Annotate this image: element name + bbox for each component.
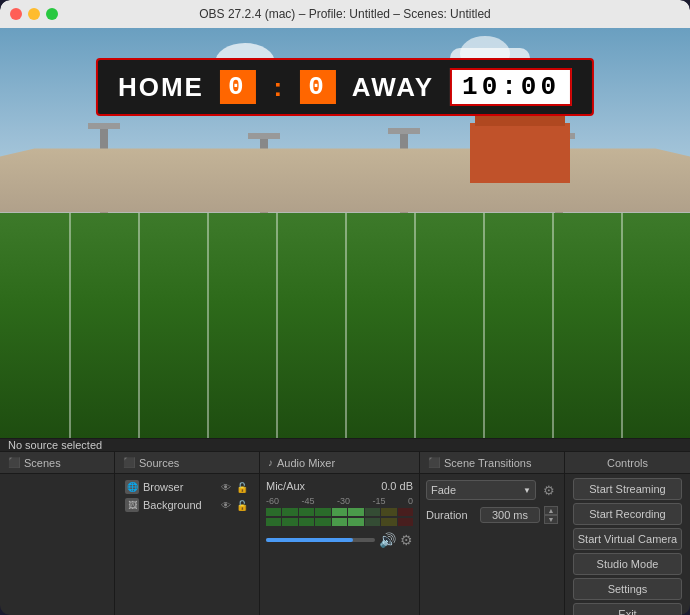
yard-line (621, 213, 623, 439)
preview-area: HOME 0 : 0 AWAY 10:00 (0, 28, 690, 438)
no-source-text: No source selected (8, 439, 102, 451)
source-name-browser: Browser (143, 481, 183, 493)
meter-seg (315, 518, 330, 526)
scenes-header: ⬛ Scenes (0, 452, 114, 474)
fullscreen-button[interactable] (46, 8, 58, 20)
meter-labels: -60 -45 -30 -15 0 (266, 496, 413, 506)
volume-fill (266, 538, 353, 542)
transitions-gear-button[interactable]: ⚙ (540, 481, 558, 499)
traffic-lights (10, 8, 58, 20)
close-button[interactable] (10, 8, 22, 20)
field-lines (0, 213, 690, 439)
studio-mode-button[interactable]: Studio Mode (573, 553, 682, 575)
controls-section: Controls Start Streaming Start Recording… (565, 452, 690, 615)
controls-label: Controls (607, 457, 648, 469)
transition-duration-row: Duration 300 ms ▲ ▼ (426, 506, 558, 524)
meter-seg (332, 508, 347, 516)
duration-value[interactable]: 300 ms (480, 507, 540, 523)
transitions-header: ⬛ Scene Transitions (420, 452, 564, 474)
audio-meter-top (266, 508, 413, 516)
audio-channel-label: Mic/Aux (266, 480, 305, 492)
background-icon: 🖼 (125, 498, 139, 512)
meter-seg (348, 508, 363, 516)
stepper-up-icon[interactable]: ▲ (544, 506, 558, 515)
bottom-panel: No source selected ⬛ Scenes ⬛ Sources 🌐 … (0, 438, 690, 615)
audio-controls: 🔊 ⚙ (266, 532, 413, 548)
start-recording-button[interactable]: Start Recording (573, 503, 682, 525)
scenes-section: ⬛ Scenes (0, 452, 115, 615)
sources-icon: ⬛ (123, 457, 135, 468)
lock-icon-browser[interactable]: 🔓 (235, 480, 249, 494)
transitions-section: ⬛ Scene Transitions Fade ▼ ⚙ Duration 30… (420, 452, 565, 615)
audio-icon: ♪ (268, 457, 273, 468)
meter-seg (365, 518, 380, 526)
sources-section: ⬛ Sources 🌐 Browser 👁 🔓 🖼 Background � (115, 452, 260, 615)
scoreboard: HOME 0 : 0 AWAY 10:00 (96, 58, 594, 116)
transition-type-select[interactable]: Fade ▼ (426, 480, 536, 500)
transition-type-value: Fade (431, 484, 456, 496)
start-virtual-camera-button[interactable]: Start Virtual Camera (573, 528, 682, 550)
meter-seg (282, 518, 297, 526)
eye-icon-background[interactable]: 👁 (219, 498, 233, 512)
away-score: 0 (300, 70, 336, 104)
vu-meter: -60 -45 -30 -15 0 (266, 496, 413, 526)
sources-content: 🌐 Browser 👁 🔓 🖼 Background 👁 🔓 (115, 474, 259, 615)
meter-seg (398, 508, 413, 516)
settings-button[interactable]: Settings (573, 578, 682, 600)
home-score: 0 (220, 70, 256, 104)
lock-icon-background[interactable]: 🔓 (235, 498, 249, 512)
sources-label: Sources (139, 457, 179, 469)
controls-header: Controls (565, 452, 690, 474)
source-item-background[interactable]: 🖼 Background 👁 🔓 (119, 496, 255, 514)
stepper-down-icon[interactable]: ▼ (544, 515, 558, 524)
panel-sections: ⬛ Scenes ⬛ Sources 🌐 Browser 👁 🔓 (0, 451, 690, 615)
meter-seg (282, 508, 297, 516)
source-item-browser[interactable]: 🌐 Browser 👁 🔓 (119, 478, 255, 496)
yard-line (345, 213, 347, 439)
duration-label: Duration (426, 509, 476, 521)
scenes-content (0, 474, 114, 615)
controls-content: Start Streaming Start Recording Start Vi… (565, 474, 690, 615)
scenes-icon: ⬛ (8, 457, 20, 468)
exit-button[interactable]: Exit (573, 603, 682, 615)
transitions-content: Fade ▼ ⚙ Duration 300 ms ▲ ▼ (420, 474, 564, 530)
meter-seg (332, 518, 347, 526)
meter-seg (398, 518, 413, 526)
volume-slider[interactable] (266, 538, 375, 542)
title-bar: OBS 27.2.4 (mac) – Profile: Untitled – S… (0, 0, 690, 28)
start-streaming-button[interactable]: Start Streaming (573, 478, 682, 500)
audio-header: ♪ Audio Mixer (260, 452, 419, 474)
meter-seg (365, 508, 380, 516)
chevron-down-icon: ▼ (523, 486, 531, 495)
audio-label: Audio Mixer (277, 457, 335, 469)
score-divider: : (274, 72, 283, 103)
meter-seg (266, 518, 281, 526)
yard-line (414, 213, 416, 439)
status-bar: No source selected (0, 438, 690, 451)
settings-icon[interactable]: ⚙ (400, 532, 413, 548)
audio-meter-bottom (266, 518, 413, 526)
source-vis-icons-browser: 👁 🔓 (219, 480, 249, 494)
meter-seg (299, 518, 314, 526)
scenes-label: Scenes (24, 457, 61, 469)
yard-line (207, 213, 209, 439)
minimize-button[interactable] (28, 8, 40, 20)
field (0, 213, 690, 439)
meter-seg (266, 508, 281, 516)
meter-seg (299, 508, 314, 516)
transitions-label: Scene Transitions (444, 457, 531, 469)
audio-section: ♪ Audio Mixer Mic/Aux 0.0 dB -60 -45 -30… (260, 452, 420, 615)
sources-header: ⬛ Sources (115, 452, 259, 474)
home-label: HOME (118, 72, 204, 103)
yard-line (552, 213, 554, 439)
yard-line (276, 213, 278, 439)
volume-icon[interactable]: 🔊 (379, 532, 396, 548)
meter-seg (381, 508, 396, 516)
browser-icon: 🌐 (125, 480, 139, 494)
eye-icon-browser[interactable]: 👁 (219, 480, 233, 494)
meter-seg (348, 518, 363, 526)
audio-content: Mic/Aux 0.0 dB -60 -45 -30 -15 0 (260, 474, 419, 615)
duration-stepper[interactable]: ▲ ▼ (544, 506, 558, 524)
transition-type-row: Fade ▼ ⚙ (426, 480, 558, 500)
transitions-icon: ⬛ (428, 457, 440, 468)
